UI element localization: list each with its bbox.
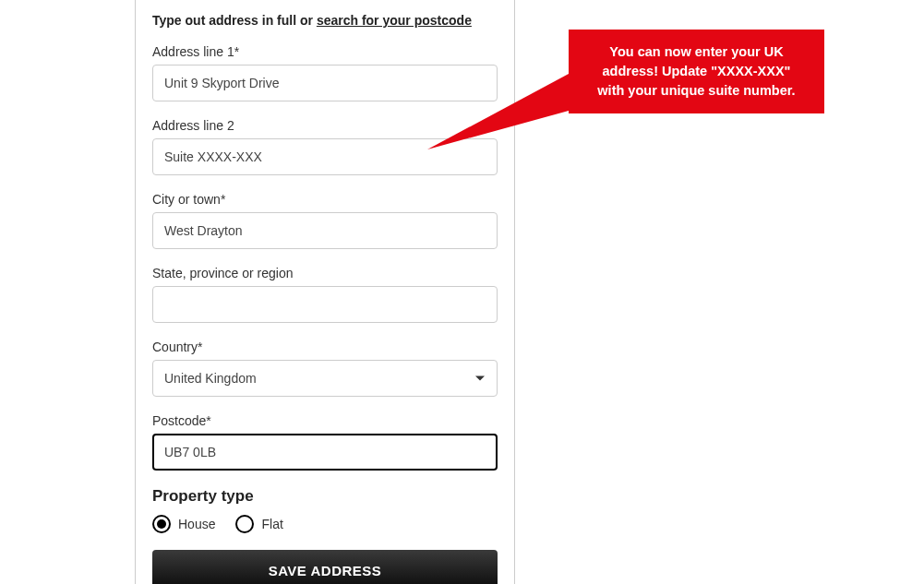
postcode-group: Postcode* [152, 413, 498, 471]
address-line-2-input[interactable] [152, 138, 498, 175]
house-radio[interactable]: House [152, 515, 215, 533]
caret-down-icon [475, 376, 485, 381]
callout-box: You can now enter your UK address! Updat… [569, 30, 824, 113]
property-type-radios: House Flat [152, 515, 498, 533]
address-line-1-input[interactable] [152, 65, 498, 101]
instruction-prefix: Type out address in full or [152, 13, 317, 28]
instruction-text: Type out address in full or search for y… [152, 13, 498, 28]
address-line-1-label: Address line 1* [152, 44, 498, 59]
country-group: Country* United Kingdom [152, 340, 498, 397]
address-form-panel: Type out address in full or search for y… [135, 0, 515, 584]
city-group: City or town* [152, 192, 498, 249]
city-label: City or town* [152, 192, 498, 207]
address-line-1-group: Address line 1* [152, 44, 498, 101]
state-input[interactable] [152, 286, 498, 323]
radio-icon [235, 515, 254, 533]
save-address-button[interactable]: SAVE ADDRESS [152, 550, 498, 584]
flat-radio[interactable]: Flat [235, 515, 282, 533]
callout-line-3: with your unique suite number. [597, 83, 795, 98]
state-group: State, province or region [152, 266, 498, 323]
city-input[interactable] [152, 212, 498, 249]
radio-icon [152, 515, 171, 533]
house-radio-label: House [178, 517, 215, 531]
postcode-input[interactable] [152, 434, 498, 471]
country-value: United Kingdom [164, 371, 257, 386]
state-label: State, province or region [152, 266, 498, 280]
callout-line-2: address! Update "XXXX-XXX" [603, 64, 791, 78]
address-line-2-group: Address line 2 [152, 118, 498, 175]
flat-radio-label: Flat [261, 517, 282, 531]
country-select[interactable]: United Kingdom [152, 360, 498, 397]
country-label: Country* [152, 340, 498, 354]
property-type-heading: Property type [152, 487, 498, 506]
postcode-search-link[interactable]: search for your postcode [317, 13, 472, 28]
address-line-2-label: Address line 2 [152, 118, 498, 133]
callout-line-1: You can now enter your UK [609, 44, 783, 59]
property-type-section: Property type House Flat [152, 487, 498, 533]
postcode-label: Postcode* [152, 413, 498, 428]
